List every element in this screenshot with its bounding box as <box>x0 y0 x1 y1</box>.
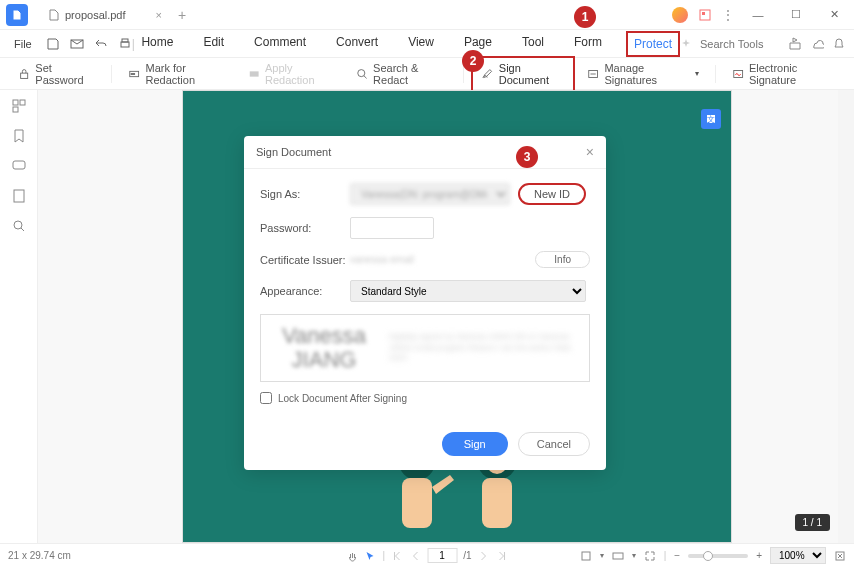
extension-icon[interactable] <box>698 8 712 22</box>
zoom-slider[interactable] <box>688 554 748 558</box>
lock-document-checkbox[interactable]: Lock Document After Signing <box>260 392 590 404</box>
comments-icon[interactable] <box>11 158 27 174</box>
zoom-in-button[interactable]: + <box>756 550 762 561</box>
svg-rect-8 <box>249 71 258 76</box>
file-menu[interactable]: File <box>8 36 38 52</box>
mark-redaction-button[interactable]: Mark for Redaction <box>120 58 236 90</box>
annotation-badge-1: 1 <box>574 6 596 28</box>
menubar: File | Home Edit Comment Convert View Pa… <box>0 30 854 58</box>
menu-convert[interactable]: Convert <box>330 31 384 57</box>
password-input[interactable] <box>350 217 434 239</box>
maximize-button[interactable]: ☐ <box>782 5 810 25</box>
print-icon[interactable] <box>118 37 132 51</box>
view-mode-icon[interactable] <box>580 550 592 562</box>
annotation-badge-3: 3 <box>516 146 538 168</box>
reading-mode-icon[interactable] <box>612 550 624 562</box>
tab-label: proposal.pdf <box>65 9 126 21</box>
menu-edit[interactable]: Edit <box>197 31 230 57</box>
close-window-button[interactable]: ✕ <box>820 5 848 25</box>
tool-badge-icon[interactable]: 文 <box>701 109 721 129</box>
set-password-button[interactable]: Set Password <box>10 58 103 90</box>
svg-rect-16 <box>14 190 24 202</box>
svg-rect-11 <box>733 70 742 77</box>
sign-document-button[interactable]: Sign Document <box>471 56 575 92</box>
bell-icon[interactable] <box>832 37 846 51</box>
menu-comment[interactable]: Comment <box>248 31 312 57</box>
svg-rect-12 <box>13 100 18 105</box>
prev-page-icon[interactable] <box>409 550 421 562</box>
protect-toolbar: Set Password Mark for Redaction Apply Re… <box>0 58 854 90</box>
fit-page-icon[interactable] <box>834 550 846 562</box>
chevron-down-icon[interactable]: ▾ <box>632 551 636 560</box>
search-input[interactable] <box>700 38 780 50</box>
left-sidebar <box>0 90 38 543</box>
menu-tool[interactable]: Tool <box>516 31 550 57</box>
sig-preview-name: Vanessa JIANG <box>269 324 379 372</box>
annotation-badge-2: 2 <box>462 50 484 72</box>
file-tab[interactable]: proposal.pdf × <box>38 5 172 25</box>
search-redact-button[interactable]: Search & Redact <box>348 58 455 90</box>
sign-document-dialog: Sign Document × Sign As: Vanessa(DN: pro… <box>244 136 606 470</box>
svg-rect-4 <box>122 39 128 42</box>
close-dialog-button[interactable]: × <box>586 144 594 160</box>
attachments-icon[interactable] <box>11 188 27 204</box>
lock-checkbox-input[interactable] <box>260 392 272 404</box>
zoom-select[interactable]: 100% <box>770 547 826 564</box>
mail-icon[interactable] <box>70 37 84 51</box>
more-icon[interactable]: ⋮ <box>722 8 734 22</box>
bookmarks-icon[interactable] <box>11 128 27 144</box>
page-total: /1 <box>463 550 471 561</box>
new-id-button[interactable]: New ID <box>518 183 586 205</box>
appearance-label: Appearance: <box>260 285 350 297</box>
cloud-icon[interactable] <box>810 37 824 51</box>
menu-view[interactable]: View <box>402 31 440 57</box>
minimize-button[interactable]: — <box>744 5 772 25</box>
undo-icon[interactable] <box>94 37 108 51</box>
apply-redaction-button: Apply Redaction <box>240 58 344 90</box>
fullscreen-icon[interactable] <box>644 550 656 562</box>
first-page-icon[interactable] <box>391 550 403 562</box>
cancel-button[interactable]: Cancel <box>518 432 590 456</box>
svg-rect-30 <box>613 553 623 559</box>
svg-rect-21 <box>402 478 432 528</box>
close-tab-icon[interactable]: × <box>156 9 162 21</box>
zoom-out-button[interactable]: − <box>674 550 680 561</box>
share-icon[interactable] <box>788 37 802 51</box>
info-button[interactable]: Info <box>535 251 590 268</box>
next-page-icon[interactable] <box>477 550 489 562</box>
appearance-select[interactable]: Standard Style <box>350 280 586 302</box>
sign-button[interactable]: Sign <box>442 432 508 456</box>
search-panel-icon[interactable] <box>11 218 27 234</box>
esig-icon <box>732 67 744 81</box>
thumbnails-icon[interactable] <box>11 98 27 114</box>
cert-issuer-value: vanessa email <box>350 254 414 265</box>
search-icon <box>356 67 368 81</box>
last-page-icon[interactable] <box>495 550 507 562</box>
svg-rect-1 <box>702 12 705 15</box>
mark-icon <box>128 67 140 81</box>
hand-tool-icon[interactable] <box>347 550 359 562</box>
svg-point-17 <box>14 221 22 229</box>
manage-signatures-button[interactable]: Manage Signatures ▾ <box>579 58 706 90</box>
page-number-input[interactable] <box>427 548 457 563</box>
save-icon[interactable] <box>46 37 60 51</box>
sign-as-label: Sign As: <box>260 188 350 200</box>
avatar[interactable] <box>672 7 688 23</box>
manage-icon <box>587 67 599 81</box>
select-tool-icon[interactable] <box>365 550 377 562</box>
cert-issuer-label: Certificate Issuer: <box>260 254 350 266</box>
chevron-down-icon[interactable]: ▾ <box>600 551 604 560</box>
svg-rect-13 <box>20 100 25 105</box>
svg-rect-27 <box>482 478 512 528</box>
sign-as-select[interactable]: Vanessa(DN: program@DMcom) <box>350 183 510 205</box>
svg-rect-15 <box>13 161 25 169</box>
new-tab-button[interactable]: + <box>178 7 186 23</box>
menu-form[interactable]: Form <box>568 31 608 57</box>
titlebar: proposal.pdf × + ⋮ — ☐ ✕ <box>0 0 854 30</box>
apply-icon <box>248 67 260 81</box>
dialog-header: Sign Document × <box>244 136 606 169</box>
lock-checkbox-label: Lock Document After Signing <box>278 393 407 404</box>
menu-home[interactable]: Home <box>135 31 179 57</box>
menu-protect[interactable]: Protect <box>626 31 680 57</box>
electronic-signature-button[interactable]: Electronic Signature <box>724 58 844 90</box>
